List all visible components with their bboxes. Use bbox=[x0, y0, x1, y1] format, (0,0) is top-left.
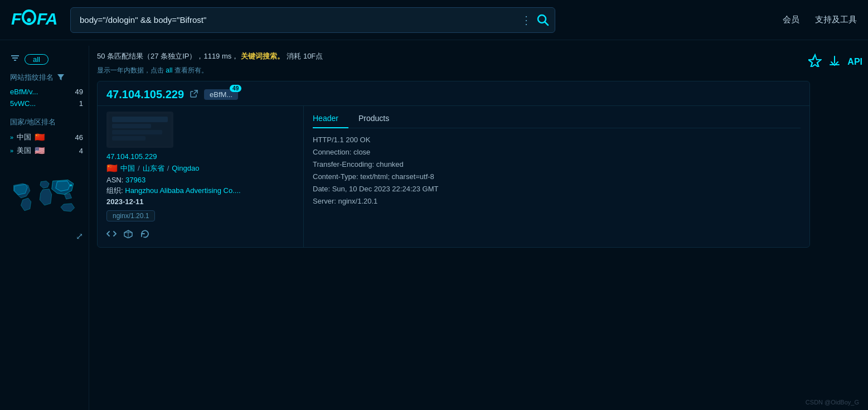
sidebar-country-item[interactable]: »美国🇺🇸4 bbox=[10, 144, 83, 157]
country-list: »中国🇨🇳46»美国🇺🇸4 bbox=[10, 131, 83, 157]
expand-map-icon[interactable]: ⤢ bbox=[76, 231, 83, 242]
tab-header[interactable]: Header bbox=[313, 110, 348, 128]
ip-actions bbox=[106, 229, 294, 240]
link-icon[interactable] bbox=[190, 89, 198, 100]
header-line: Content-Type: text/html; charset=utf-8 bbox=[313, 171, 801, 183]
china-flag: 🇨🇳 bbox=[106, 163, 118, 173]
sidebar: all 网站指纹排名 eBfM/v...495vWC...1 国家/地区排名 »… bbox=[0, 46, 89, 410]
asn-link[interactable]: 37963 bbox=[125, 176, 146, 184]
ip-address[interactable]: 47.104.105.229 bbox=[106, 88, 184, 101]
ip-location: 🇨🇳 中国 / 山东省 / Qingdao bbox=[106, 163, 294, 173]
footer-credit: CSDN @OidBoy_G bbox=[806, 399, 859, 406]
svg-line-5 bbox=[545, 22, 549, 25]
ip-info-panel: 47.104.105.229 🇨🇳 中国 / 山东省 / Qingdao ASN… bbox=[98, 106, 304, 247]
svg-text:F: F bbox=[11, 9, 22, 28]
ip-link[interactable]: 47.104.105.229 bbox=[106, 152, 294, 161]
svg-rect-18 bbox=[109, 114, 171, 146]
sidebar-fingerprint-item[interactable]: 5vWC...1 bbox=[10, 98, 83, 109]
tab-products[interactable]: Products bbox=[348, 110, 389, 128]
ip-card: 47.104.105.229 eBfM... 49 bbox=[97, 81, 810, 248]
funnel-icon bbox=[57, 73, 65, 83]
svg-text:FA: FA bbox=[37, 9, 57, 28]
all-data-link[interactable]: all bbox=[166, 66, 172, 74]
ip-org: 组织: Hangzhou Alibaba Advertising Co.... bbox=[106, 186, 294, 196]
detail-panel: Header Products HTTP/1.1 200 OKConnectio… bbox=[304, 106, 809, 247]
ip-date: 2023-12-11 bbox=[106, 197, 294, 206]
svg-point-2 bbox=[27, 18, 31, 22]
city-link[interactable]: Qingdao bbox=[172, 164, 199, 172]
header-line: HTTP/1.1 200 OK bbox=[313, 134, 801, 146]
result-summary: 50 条匹配结果（27 条独立IP），1119 ms， 关键词搜索。 消耗 10… bbox=[97, 46, 810, 65]
province-link[interactable]: 山东省 bbox=[143, 163, 164, 173]
world-map bbox=[10, 167, 83, 229]
fingerprint-list: eBfM/v...495vWC...1 bbox=[10, 86, 83, 109]
header-line: Connection: close bbox=[313, 146, 801, 158]
star-icon[interactable] bbox=[808, 54, 822, 70]
svg-marker-21 bbox=[809, 55, 821, 67]
org-link[interactable]: Hangzhou Alibaba Advertising Co.... bbox=[125, 186, 240, 195]
ip-asn: ASN: 37963 bbox=[106, 176, 294, 184]
nav-tools[interactable]: 支持及工具 bbox=[815, 15, 857, 25]
filter-icon bbox=[10, 54, 20, 65]
code-icon[interactable] bbox=[106, 229, 117, 240]
result-sub-text: 显示一年内数据，点击 all 查看所有。 bbox=[97, 66, 810, 75]
logo: F FA bbox=[11, 7, 61, 33]
header-line: Transfer-Encoding: chunked bbox=[313, 158, 801, 171]
chevron-icon: » bbox=[10, 134, 13, 141]
download-icon[interactable] bbox=[828, 55, 841, 70]
tag-count: 49 bbox=[230, 85, 241, 92]
header-nav: 会员 支持及工具 bbox=[783, 15, 857, 25]
keyword-search-link[interactable]: 关键词搜索。 bbox=[241, 51, 284, 61]
country-link[interactable]: 中国 bbox=[120, 163, 135, 173]
sidebar-fingerprint-item[interactable]: eBfM/v...49 bbox=[10, 86, 83, 98]
header-line: Date: Sun, 10 Dec 2023 22:24:23 GMT bbox=[313, 183, 801, 195]
svg-line-12 bbox=[194, 90, 197, 94]
server-badge[interactable]: nginx/1.20.1 bbox=[106, 210, 155, 221]
fingerprint-section-title: 网站指纹排名 bbox=[10, 73, 83, 83]
cost-text: 消耗 10F点 bbox=[287, 51, 323, 61]
search-options-icon[interactable]: ⋮ bbox=[521, 13, 532, 27]
refresh-icon[interactable] bbox=[140, 229, 150, 240]
svg-point-11 bbox=[70, 184, 72, 186]
search-bar[interactable]: ⋮ bbox=[70, 7, 555, 33]
search-button[interactable] bbox=[537, 14, 549, 26]
api-label[interactable]: API bbox=[847, 57, 862, 67]
sidebar-country-item[interactable]: »中国🇨🇳46 bbox=[10, 131, 83, 144]
nav-membership[interactable]: 会员 bbox=[783, 15, 799, 25]
search-input[interactable] bbox=[76, 15, 521, 25]
header-content: HTTP/1.1 200 OKConnection: closeTransfer… bbox=[313, 134, 801, 208]
detail-tabs: Header Products bbox=[313, 110, 801, 128]
header-line: Server: nginx/1.20.1 bbox=[313, 195, 801, 208]
all-badge[interactable]: all bbox=[25, 54, 49, 65]
ip-card-header: 47.104.105.229 eBfM... 49 bbox=[98, 81, 809, 106]
main-container: all 网站指纹排名 eBfM/v...495vWC...1 国家/地区排名 »… bbox=[0, 40, 868, 410]
result-count: 50 条匹配结果（27 条独立IP），1119 ms， bbox=[97, 51, 239, 61]
tag-badge[interactable]: eBfM... 49 bbox=[204, 89, 238, 100]
header: F FA ⋮ 会员 支持及工具 bbox=[0, 0, 868, 40]
svg-marker-9 bbox=[57, 74, 64, 80]
right-icons-row: API bbox=[808, 54, 862, 70]
country-section-title: 国家/地区排名 bbox=[10, 117, 83, 127]
box-icon[interactable] bbox=[123, 229, 133, 240]
right-panel: API bbox=[818, 46, 868, 410]
chevron-icon: » bbox=[10, 147, 13, 154]
filter-row: all bbox=[10, 54, 83, 65]
ip-card-body: 47.104.105.229 🇨🇳 中国 / 山东省 / Qingdao ASN… bbox=[98, 106, 809, 247]
ip-screenshot bbox=[106, 112, 173, 148]
content-area: 50 条匹配结果（27 条独立IP），1119 ms， 关键词搜索。 消耗 10… bbox=[89, 46, 818, 410]
